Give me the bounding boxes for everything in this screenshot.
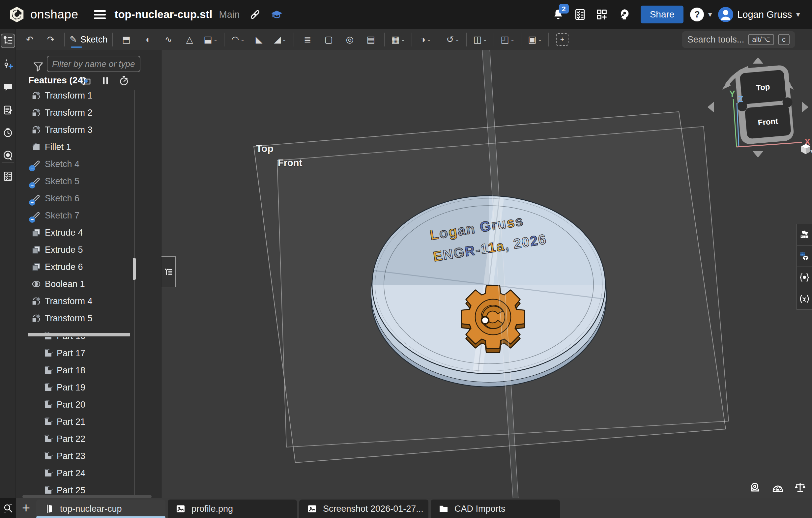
learning-center-icon[interactable]: [270, 8, 283, 21]
tasks-icon[interactable]: [1, 169, 15, 183]
sheet-metal-caret-icon[interactable]: ⌄: [511, 36, 515, 42]
notes-icon[interactable]: [1, 103, 15, 117]
pattern-tool-button[interactable]: ▤: [360, 31, 381, 48]
scrollbar-thumb[interactable]: [133, 258, 136, 280]
onshape-logo[interactable]: [8, 6, 26, 23]
view-menu-caret-icon[interactable]: ▾: [810, 148, 812, 155]
pause-icon[interactable]: [100, 75, 111, 86]
rollback-bar[interactable]: [28, 333, 130, 337]
tab-cad-imports[interactable]: CAD Imports: [431, 499, 560, 518]
feature-tree-icon[interactable]: [1, 34, 15, 48]
part-row[interactable]: Part 23: [16, 448, 151, 465]
configurations-panel-button[interactable]: [796, 266, 812, 288]
fillet-caret-icon[interactable]: ⌄: [240, 36, 245, 42]
feature-row[interactable]: −Sketch 6: [16, 190, 151, 207]
boolean-tool-button[interactable]: ◑⌄: [415, 31, 436, 48]
document-title[interactable]: top-nuclear-cup.stl: [114, 8, 212, 21]
part-row[interactable]: Part 17: [16, 345, 151, 362]
feature-row[interactable]: −Sketch 7: [16, 207, 151, 224]
part-row[interactable]: Part 20: [16, 396, 151, 413]
feature-row[interactable]: Extrude 4: [16, 224, 151, 241]
custom-feature-tool-button[interactable]: +: [552, 31, 573, 48]
boolean-caret-icon[interactable]: ⌄: [427, 36, 431, 42]
user-name[interactable]: Logan Gruss: [737, 9, 792, 20]
protractor-icon[interactable]: [771, 481, 784, 494]
gear-emblem[interactable]: [461, 285, 525, 352]
app-store-icon[interactable]: [595, 8, 608, 21]
hole-tool-button[interactable]: ◎: [339, 31, 360, 48]
tab-finder-icon[interactable]: [0, 498, 16, 518]
workspace-name[interactable]: Main: [219, 9, 240, 20]
filter-input[interactable]: [47, 56, 140, 72]
main-menu-button[interactable]: [94, 10, 106, 19]
feature-row[interactable]: Transform 1: [16, 90, 151, 104]
filter-icon[interactable]: [32, 61, 44, 73]
tab-profile-png[interactable]: profile.png: [168, 499, 297, 518]
tab-screenshot-2026-01-27-[interactable]: Screenshot 2026-01-27...: [299, 499, 428, 518]
frame-tool-button[interactable]: ▣⌄: [524, 31, 545, 48]
tab-top-nuclear-cup[interactable]: top-nuclear-cup: [36, 499, 166, 518]
part-row[interactable]: Part 21: [16, 413, 151, 430]
feature-row[interactable]: −Sketch 4: [16, 155, 151, 173]
chamfer-tool-button[interactable]: ◣: [249, 31, 269, 48]
share-link-icon[interactable]: [249, 8, 261, 21]
notifications-bell-icon[interactable]: 2: [552, 8, 565, 21]
feature-row[interactable]: Transform 5: [16, 310, 151, 327]
extrude-tool-button[interactable]: ⬒: [116, 31, 137, 48]
sweep-tool-button[interactable]: ∿: [158, 31, 179, 48]
feature-row[interactable]: Extrude 6: [16, 258, 151, 276]
draft-caret-icon[interactable]: ⌄: [282, 36, 286, 42]
feature-row[interactable]: Boolean 1: [16, 276, 151, 293]
thicken-caret-icon[interactable]: ⌄: [213, 36, 218, 42]
sheet-metal-tool-button[interactable]: ◰⌄: [497, 31, 518, 48]
shell-tool-button[interactable]: ▢: [318, 31, 339, 48]
timer-icon[interactable]: [118, 75, 129, 86]
ai-assistant-icon[interactable]: [1, 148, 15, 163]
feature-row[interactable]: Transform 2: [16, 104, 151, 121]
mass-properties-icon[interactable]: [793, 481, 807, 494]
insert-version-icon[interactable]: [1, 57, 15, 71]
rib-tool-button[interactable]: ≣: [297, 31, 318, 48]
history-icon[interactable]: [1, 125, 15, 140]
feature-row[interactable]: Extrude 5: [16, 241, 151, 258]
comments-icon[interactable]: [1, 80, 15, 94]
add-tab-button[interactable]: +: [16, 498, 36, 518]
help-caret-icon[interactable]: ▼: [706, 10, 714, 19]
variables-panel-button[interactable]: [796, 288, 812, 310]
loft-tool-button[interactable]: △: [179, 31, 200, 48]
helix-caret-icon[interactable]: ⌄: [455, 36, 459, 42]
linear-pattern-tool-button[interactable]: ▦⌄: [387, 31, 409, 48]
feature-row[interactable]: Transform 3: [16, 121, 151, 138]
user-avatar[interactable]: [718, 7, 733, 22]
ai-advisor-icon[interactable]: [617, 8, 630, 21]
part-row[interactable]: Part 18: [16, 362, 151, 379]
search-tools-box[interactable]: Search tools... alt/⌥ c: [682, 31, 795, 48]
redo-tool-button[interactable]: ↷: [40, 31, 61, 48]
appearance-panel-button[interactable]: [796, 224, 812, 246]
split-caret-icon[interactable]: ⌄: [483, 36, 487, 42]
tasks-icon[interactable]: [573, 8, 587, 21]
display-states-panel-button[interactable]: [796, 245, 812, 267]
draft-tool-button[interactable]: ◢⌄: [269, 31, 291, 48]
fillet-tool-button[interactable]: ◠⌄: [227, 31, 249, 48]
feature-row[interactable]: Fillet 1: [16, 138, 151, 155]
view-cube[interactable]: Top Front Y Z X ▾: [703, 53, 812, 162]
sketch-tool-button[interactable]: ✎Sketch: [67, 31, 109, 48]
feature-row[interactable]: Transform 4: [16, 293, 151, 310]
feature-list-collapse-handle[interactable]: [161, 256, 176, 287]
tape-measure-icon[interactable]: [749, 481, 762, 494]
split-tool-button[interactable]: ◫⌄: [470, 31, 491, 48]
user-menu-caret-icon[interactable]: ▼: [794, 10, 802, 19]
part-row[interactable]: Part 19: [16, 379, 151, 396]
feature-row[interactable]: −Sketch 5: [16, 173, 151, 190]
part-row[interactable]: Part 25: [16, 482, 151, 498]
thicken-tool-button[interactable]: ⬓⌄: [200, 31, 221, 48]
share-button[interactable]: Share: [641, 6, 684, 23]
helix-tool-button[interactable]: ↺⌄: [442, 31, 463, 48]
undo-tool-button[interactable]: ↶: [19, 31, 40, 48]
part-row[interactable]: Part 24: [16, 465, 151, 482]
3d-viewport[interactable]: Top Front Logan Gruss ENGR-11a, 2026: [161, 50, 812, 498]
frame-caret-icon[interactable]: ⌄: [538, 36, 542, 42]
revolve-tool-button[interactable]: ◖: [137, 31, 158, 48]
part-row[interactable]: Part 22: [16, 430, 151, 448]
